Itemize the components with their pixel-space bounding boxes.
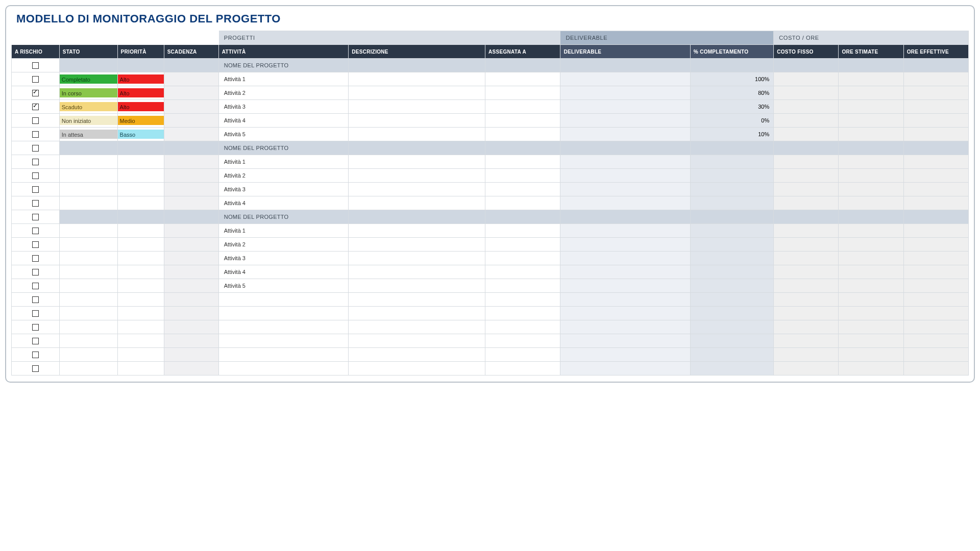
priority-cell[interactable]: [117, 155, 164, 169]
cost-cell[interactable]: [774, 362, 839, 375]
deliverable-cell[interactable]: [560, 183, 690, 196]
deliverable-cell[interactable]: [560, 320, 690, 334]
hours-cell[interactable]: [839, 72, 903, 86]
activity-cell[interactable]: Attività 5: [218, 279, 348, 293]
risk-cell[interactable]: [12, 72, 60, 86]
effective-hours-cell[interactable]: [903, 72, 968, 86]
assigned-cell[interactable]: [485, 100, 560, 114]
risk-checkbox[interactable]: [32, 365, 39, 372]
deadline-cell[interactable]: [164, 279, 218, 293]
cell[interactable]: [690, 141, 773, 155]
description-cell[interactable]: [349, 169, 485, 183]
completion-cell[interactable]: [690, 265, 773, 279]
priority-cell[interactable]: [117, 265, 164, 279]
hours-cell[interactable]: [839, 307, 903, 320]
activity-cell[interactable]: [218, 320, 348, 334]
completion-cell[interactable]: [690, 238, 773, 252]
description-cell[interactable]: [349, 155, 485, 169]
cell[interactable]: [164, 141, 218, 155]
assigned-cell[interactable]: [485, 320, 560, 334]
priority-cell[interactable]: Alto: [117, 86, 164, 100]
risk-checkbox[interactable]: [32, 269, 39, 276]
status-cell[interactable]: [59, 155, 117, 169]
deliverable-cell[interactable]: [560, 100, 690, 114]
assigned-cell[interactable]: [485, 72, 560, 86]
status-cell[interactable]: [59, 224, 117, 238]
cell[interactable]: [903, 210, 968, 224]
activity-cell[interactable]: [218, 348, 348, 362]
deadline-cell[interactable]: [164, 196, 218, 210]
deliverable-cell[interactable]: [560, 128, 690, 141]
completion-cell[interactable]: [690, 334, 773, 348]
status-cell[interactable]: Completato: [59, 72, 117, 86]
activity-cell[interactable]: Attività 4: [218, 265, 348, 279]
cost-cell[interactable]: [774, 86, 839, 100]
completion-cell[interactable]: [690, 169, 773, 183]
activity-cell[interactable]: Attività 5: [218, 128, 348, 141]
section-title[interactable]: NOME DEL PROGETTO: [218, 210, 348, 224]
cost-cell[interactable]: [774, 128, 839, 141]
deadline-cell[interactable]: [164, 307, 218, 320]
priority-cell[interactable]: [117, 320, 164, 334]
cell[interactable]: [774, 59, 839, 72]
priority-cell[interactable]: Medio: [117, 114, 164, 128]
cost-cell[interactable]: [774, 100, 839, 114]
assigned-cell[interactable]: [485, 348, 560, 362]
cost-cell[interactable]: [774, 265, 839, 279]
description-cell[interactable]: [349, 307, 485, 320]
effective-hours-cell[interactable]: [903, 169, 968, 183]
deadline-cell[interactable]: [164, 169, 218, 183]
cell[interactable]: [839, 210, 903, 224]
status-cell[interactable]: In attesa: [59, 128, 117, 141]
activity-cell[interactable]: Attività 2: [218, 238, 348, 252]
activity-cell[interactable]: Attività 4: [218, 196, 348, 210]
cell[interactable]: [59, 210, 117, 224]
deadline-cell[interactable]: [164, 348, 218, 362]
activity-cell[interactable]: [218, 293, 348, 307]
deliverable-cell[interactable]: [560, 155, 690, 169]
completion-cell[interactable]: [690, 252, 773, 265]
risk-checkbox[interactable]: [32, 76, 39, 83]
completion-cell[interactable]: [690, 348, 773, 362]
effective-hours-cell[interactable]: [903, 307, 968, 320]
cell[interactable]: [774, 141, 839, 155]
cell[interactable]: [349, 59, 485, 72]
cell[interactable]: [117, 141, 164, 155]
deliverable-cell[interactable]: [560, 252, 690, 265]
activity-cell[interactable]: Attività 1: [218, 155, 348, 169]
hours-cell[interactable]: [839, 196, 903, 210]
hours-cell[interactable]: [839, 183, 903, 196]
hours-cell[interactable]: [839, 362, 903, 375]
deliverable-cell[interactable]: [560, 293, 690, 307]
risk-checkbox[interactable]: [32, 145, 39, 152]
risk-checkbox[interactable]: [32, 241, 39, 248]
effective-hours-cell[interactable]: [903, 238, 968, 252]
activity-cell[interactable]: Attività 1: [218, 224, 348, 238]
deadline-cell[interactable]: [164, 334, 218, 348]
cost-cell[interactable]: [774, 334, 839, 348]
cell[interactable]: [59, 59, 117, 72]
assigned-cell[interactable]: [485, 265, 560, 279]
status-cell[interactable]: [59, 196, 117, 210]
effective-hours-cell[interactable]: [903, 224, 968, 238]
deadline-cell[interactable]: [164, 320, 218, 334]
priority-cell[interactable]: [117, 238, 164, 252]
deadline-cell[interactable]: [164, 362, 218, 375]
completion-cell[interactable]: [690, 293, 773, 307]
description-cell[interactable]: [349, 252, 485, 265]
risk-cell[interactable]: [12, 279, 60, 293]
effective-hours-cell[interactable]: [903, 252, 968, 265]
deadline-cell[interactable]: [164, 72, 218, 86]
effective-hours-cell[interactable]: [903, 334, 968, 348]
priority-cell[interactable]: Basso: [117, 128, 164, 141]
assigned-cell[interactable]: [485, 86, 560, 100]
assigned-cell[interactable]: [485, 224, 560, 238]
effective-hours-cell[interactable]: [903, 86, 968, 100]
completion-cell[interactable]: 100%: [690, 72, 773, 86]
risk-cell[interactable]: [12, 224, 60, 238]
risk-cell[interactable]: [12, 128, 60, 141]
deliverable-cell[interactable]: [560, 224, 690, 238]
cell[interactable]: [349, 210, 485, 224]
risk-checkbox[interactable]: [32, 214, 39, 220]
assigned-cell[interactable]: [485, 169, 560, 183]
